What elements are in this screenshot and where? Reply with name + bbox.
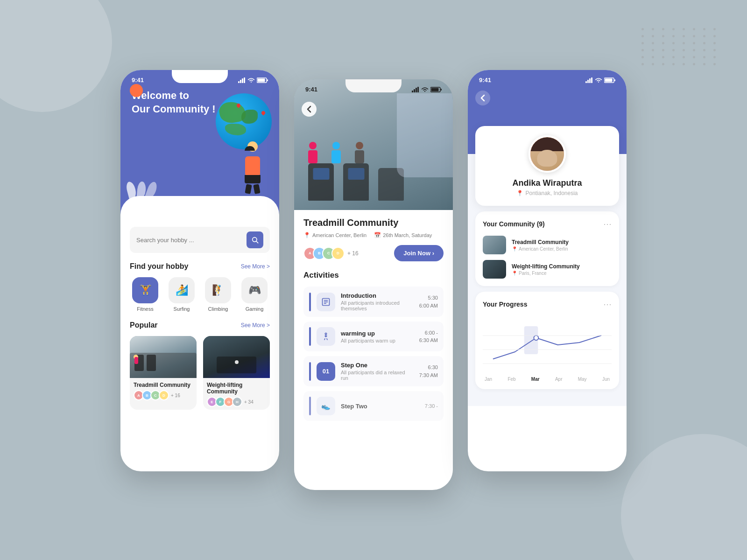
back-button[interactable] [302, 102, 317, 117]
phone2-time: 9:41 [305, 86, 317, 93]
phone1-body: Find your hobby See More > 🏋️ Fitness 🏄 … [120, 219, 279, 417]
month-may: May [578, 377, 587, 382]
svg-point-20 [325, 333, 326, 335]
climbing-label: Climbing [208, 306, 228, 312]
activity-warmup[interactable]: warming up All participants warm up 6:00… [303, 322, 444, 351]
act-time4: 7:30 - [425, 402, 438, 410]
svg-rect-22 [587, 80, 589, 83]
meta-row: 📍 American Center, Berlin 📅 26th March, … [303, 232, 444, 238]
search-bar[interactable] [130, 227, 270, 253]
svg-rect-3 [244, 77, 245, 83]
back-chevron-icon3 [480, 94, 485, 102]
gaming-icon-wrap: 🎮 [241, 277, 268, 303]
phone2-status-icons [412, 87, 442, 92]
participants-row: A B C D + 16 [303, 247, 359, 260]
step-two-icon: 👟 [321, 402, 331, 411]
act-bar4 [309, 397, 311, 415]
treadmill-count: + 16 [171, 393, 180, 398]
search-button[interactable] [247, 231, 263, 248]
fitness-icon: 🏋️ [139, 284, 152, 296]
location-text: American Center, Berlin [312, 232, 366, 238]
wifi-icon3 [595, 77, 602, 83]
community-item-weightlifting[interactable]: Weight-lifting Community 📍 Paris, France [483, 260, 612, 279]
svg-rect-27 [614, 79, 615, 81]
hobby-gaming[interactable]: 🎮 Gaming [239, 277, 270, 312]
warmup-icon [321, 332, 331, 341]
chart-months: Jan Feb Mar Apr May Jun [483, 377, 612, 382]
hobby-section-header: Find your hobby See More > [130, 262, 270, 271]
search-input[interactable] [136, 237, 247, 244]
phone2-header: 9:41 [294, 79, 453, 210]
act-time3: 6:30 7:30 AM [419, 364, 438, 379]
svg-rect-12 [417, 87, 419, 92]
community-item-treadmill[interactable]: Treadmill Community 📍 American Center, B… [483, 236, 612, 254]
gaming-label: Gaming [246, 306, 264, 312]
phone3-body: Andika Wiraputra 📍 Pontianak, Indonesia … [468, 126, 627, 406]
participant4: D [331, 247, 345, 260]
phone3-time: 9:41 [479, 77, 491, 84]
chart-line [493, 336, 601, 359]
signal-icon3 [585, 77, 593, 83]
globe [216, 93, 272, 149]
date-text: 26th March, Saturday [383, 232, 432, 238]
month-mar: Mar [531, 377, 540, 382]
activity-introduction[interactable]: Introduction All participants introduced… [303, 287, 444, 317]
act-name1: Introduction [341, 292, 414, 299]
act-icon2 [317, 327, 335, 346]
popular-card-treadmill[interactable]: Treadmill Community A B C D + 16 [130, 336, 197, 410]
community-more-button[interactable]: ⋯ [603, 219, 612, 229]
signal-icon2 [412, 87, 419, 92]
phone1-header: 9:41 [120, 70, 279, 219]
character [245, 141, 261, 194]
activity-step-two[interactable]: 👟 Step Two 7:30 - [303, 391, 444, 421]
comm-info-treadmill: Treadmill Community 📍 American Center, B… [512, 239, 612, 252]
battery-icon2 [430, 87, 442, 92]
activity-step-one[interactable]: 01 Step One All participants did a relax… [303, 356, 444, 386]
svg-rect-5 [258, 78, 265, 82]
hobby-see-more[interactable]: See More > [241, 263, 270, 270]
hobby-grid: 🏋️ Fitness 🏄 Surfing 🧗 Climbing [130, 277, 270, 312]
svg-rect-24 [591, 77, 592, 83]
hobby-climbing[interactable]: 🧗 Climbing [203, 277, 233, 312]
svg-rect-1 [240, 80, 241, 83]
act-info3: Step One All participants did a relaxed … [341, 362, 414, 381]
hobby-surfing[interactable]: 🏄 Surfing [166, 277, 197, 312]
fitness-icon-wrap: 🏋️ [132, 277, 158, 303]
comm-name-weightlifting: Weight-lifting Community [512, 263, 612, 270]
popular-card-weightlifting[interactable]: Weight-lifting Community E F G H + 34 [203, 336, 270, 410]
progress-more-button[interactable]: ⋯ [603, 299, 612, 309]
phone3-status-icons [585, 77, 615, 83]
surfing-icon-wrap: 🏄 [169, 277, 195, 303]
comm-loc-weightlifting: 📍 Paris, France [512, 271, 612, 276]
surfing-icon: 🏄 [176, 284, 188, 296]
svg-rect-26 [605, 78, 613, 82]
people-figures [308, 142, 364, 163]
comm-info-weightlifting: Weight-lifting Community 📍 Paris, France [512, 263, 612, 276]
svg-rect-14 [431, 88, 439, 91]
wifi-icon2 [421, 87, 429, 92]
window-light [397, 93, 453, 177]
month-feb: Feb [507, 377, 515, 382]
community-title: Treadmill Community [303, 217, 444, 228]
profile-name: Andika Wiraputra [513, 178, 582, 188]
phone3-back-button[interactable] [475, 91, 490, 105]
phones-container: 9:41 [120, 70, 627, 490]
join-avatars: A B C D [303, 247, 345, 260]
calendar-icon: 📅 [374, 232, 381, 238]
progress-title: Your Progress [483, 301, 527, 308]
act-name2: warming up [341, 330, 414, 337]
popular-see-more[interactable]: See More > [241, 322, 270, 329]
join-now-button[interactable]: Join Now › [394, 245, 444, 261]
location-meta: 📍 American Center, Berlin [303, 232, 366, 238]
svg-rect-0 [238, 81, 240, 83]
battery-icon3 [604, 77, 615, 83]
phone2-body: Treadmill Community 📍 American Center, B… [294, 210, 453, 433]
weightlifting-count: + 34 [244, 399, 254, 405]
weightlifting-card-image [203, 336, 270, 378]
month-jan: Jan [485, 377, 492, 382]
progress-section: Your Progress ⋯ [475, 292, 619, 389]
phone3-notch [519, 70, 575, 83]
back-chevron-icon [307, 105, 311, 113]
hobby-fitness[interactable]: 🏋️ Fitness [130, 277, 161, 312]
svg-rect-9 [412, 91, 413, 92]
